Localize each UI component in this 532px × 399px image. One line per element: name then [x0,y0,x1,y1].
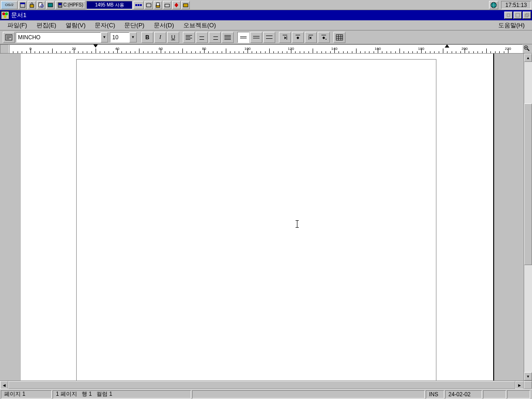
vscroll-thumb[interactable] [524,103,532,265]
style-button[interactable] [3,32,15,43]
svg-rect-12 [148,3,150,4]
zoom-icon[interactable] [523,44,531,53]
taskbar-lock-icon[interactable] [28,1,36,9]
tab-center-button[interactable] [292,32,304,43]
spacing-15-button[interactable] [250,32,262,43]
scroll-down-button[interactable]: ▼ [524,372,532,381]
svg-line-42 [527,49,529,51]
underline-button[interactable]: U [167,32,179,43]
svg-rect-36 [336,35,343,40]
taskbar-disk[interactable]: C:(HPFS) [55,1,85,9]
svg-rect-9 [138,4,139,6]
ruler-label: 140 [331,47,337,51]
menu-help[interactable]: 도움말(H) [494,20,529,30]
svg-rect-16 [183,4,188,7]
spacing-single-button[interactable] [237,32,249,43]
align-center-button[interactable] [196,32,208,43]
taskbar-os-icon[interactable]: OS/2 [1,1,18,9]
svg-rect-8 [135,4,137,6]
size-combo[interactable]: 10 ▼ [110,32,137,42]
status-row: 행 1 [82,390,92,398]
window-titlebar: 문서1 [0,10,532,20]
text-cursor [297,220,297,228]
hscroll-thumb[interactable] [8,381,515,389]
taskbar-tray-icon-2[interactable] [145,1,153,9]
svg-rect-7 [59,3,61,5]
bold-button[interactable]: B [141,32,153,43]
status-insert-mode[interactable]: INS [426,390,444,399]
taskbar-tray-icon-3[interactable] [154,1,162,9]
tab-decimal-button[interactable] [318,32,330,43]
font-size-field[interactable]: 10 [110,32,129,42]
horizontal-scrollbar[interactable]: ◀ ▶ [0,381,524,389]
font-name-field[interactable]: MINCHO [16,32,101,42]
vertical-scrollbar[interactable]: ▲ ▼ [524,54,532,381]
ruler-label: 0 [30,47,31,51]
status-message [192,390,425,399]
window-title: 문서1 [11,11,503,19]
font-combo[interactable]: MINCHO ▼ [16,32,108,42]
os-taskbar: OS/2 C:(HPFS) 1495 MB 사용 17:51:13 [0,0,532,10]
vscroll-track[interactable] [524,62,532,372]
taskbar-windowlist-icon[interactable] [18,1,27,9]
horizontal-ruler[interactable]: 020406080100120140160180200220 [9,44,523,54]
scroll-up-button[interactable]: ▲ [524,54,532,62]
scroll-corner [524,381,532,389]
ruler-label: 80 [202,47,206,51]
menu-edit[interactable]: 편집(E) [32,20,61,30]
status-page: 페이지 1 [1,390,52,399]
size-dropdown-button[interactable]: ▼ [129,32,137,42]
ruler-corner [0,44,9,54]
ruler-label: 60 [159,47,163,51]
taskbar-network-icon[interactable] [489,1,498,9]
align-left-button[interactable] [183,32,195,43]
right-margin-marker[interactable] [445,44,449,48]
align-right-button[interactable] [209,32,221,43]
taskbar-memory[interactable]: 1495 MB 사용 [86,1,133,9]
document-page[interactable] [76,59,436,381]
taskbar-tray-icon-1[interactable] [133,1,144,9]
italic-button[interactable]: I [154,32,166,43]
svg-rect-21 [507,14,510,17]
ruler-label: 180 [418,47,424,51]
spacing-double-button[interactable] [263,32,275,43]
menu-para[interactable]: 문단(P) [120,20,149,30]
status-extra-1 [483,390,506,399]
svg-rect-22 [516,13,520,17]
indent-marker[interactable] [93,44,98,48]
app-icon[interactable] [1,11,9,19]
restore-button[interactable] [523,12,531,19]
menu-view[interactable]: 열람(V) [61,20,90,30]
align-justify-button[interactable] [222,32,234,43]
taskbar-tray-icon-5[interactable] [172,1,181,9]
svg-rect-10 [140,4,142,6]
minimize-button[interactable] [504,12,513,19]
maximize-button[interactable] [514,12,522,19]
document-area[interactable] [0,54,524,381]
menu-doc[interactable]: 문서(D) [149,20,179,30]
tab-left-button[interactable] [279,32,291,43]
tab-right-button[interactable] [305,32,317,43]
scroll-right-button[interactable]: ▶ [515,381,524,389]
menu-char[interactable]: 문자(C) [90,20,120,30]
taskbar-clock[interactable]: 17:51:13 [501,1,531,9]
menu-file[interactable]: 파일(F) [3,20,32,30]
svg-point-18 [2,12,5,15]
taskbar-tray-icon-4[interactable] [163,1,171,9]
svg-point-19 [5,12,8,15]
taskbar-find-icon[interactable] [37,1,45,9]
menu-object[interactable]: 오브젝트(O) [179,20,221,30]
taskbar-app-icon[interactable] [46,1,54,9]
hscroll-track[interactable] [8,381,515,389]
table-button[interactable] [333,32,345,43]
taskbar-disk-label: C:(HPFS) [63,2,83,7]
svg-rect-5 [48,3,53,7]
hscroll-row: ◀ ▶ [0,381,532,389]
ruler-label: 200 [461,47,467,51]
font-dropdown-button[interactable]: ▼ [101,32,108,42]
status-col: 컬럼 1 [97,390,112,398]
taskbar-tray-icon-6[interactable] [181,1,190,9]
workspace: ▲ ▼ [0,54,532,381]
svg-point-35 [326,39,326,40]
scroll-left-button[interactable]: ◀ [0,381,8,389]
